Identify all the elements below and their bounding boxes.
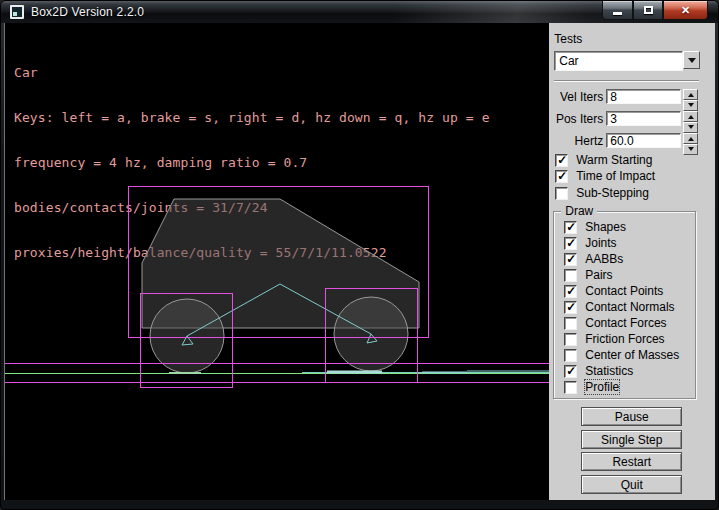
pos-iters-spinner	[683, 111, 698, 126]
pos-iters-input[interactable]	[606, 111, 681, 126]
spinner-up-button[interactable]	[683, 89, 698, 100]
contact-normals-checkbox[interactable]	[564, 301, 577, 314]
arrow-up-icon	[688, 134, 694, 141]
toggle-profile[interactable]: Profile	[564, 380, 619, 394]
statistics-checkbox[interactable]	[564, 365, 577, 378]
toggle-sub-stepping[interactable]: Sub-Stepping	[555, 186, 649, 200]
time-of-impact-checkbox[interactable]	[555, 170, 568, 183]
hertz-input[interactable]	[606, 133, 681, 148]
sub-stepping-checkbox[interactable]	[555, 187, 568, 200]
arrow-down-icon	[688, 147, 694, 154]
tests-label: Tests	[554, 32, 582, 46]
toggle-time-of-impact[interactable]: Time of Impact	[555, 169, 655, 183]
toggle-joints[interactable]: Joints	[564, 236, 616, 250]
toggle-pairs[interactable]: Pairs	[564, 268, 612, 282]
vel-iters-label: Vel Iters	[549, 90, 606, 104]
debug-draw-layer	[5, 23, 549, 500]
single-step-button[interactable]: Single Step	[581, 430, 682, 449]
arrow-up-icon	[688, 90, 694, 97]
close-icon: ✕	[681, 4, 690, 17]
draw-groupbox: Draw Shapes Joints AABBs Pairs	[553, 211, 696, 399]
separator	[554, 80, 699, 82]
center-of-masses-checkbox[interactable]	[564, 349, 577, 362]
toggle-friction-forces[interactable]: Friction Forces	[564, 332, 664, 346]
test-select-value[interactable]: Car	[554, 51, 683, 71]
chevron-down-icon	[688, 58, 696, 67]
restart-button[interactable]: Restart	[581, 452, 682, 471]
spinner-down-button[interactable]	[683, 100, 698, 111]
toggle-center-of-masses[interactable]: Center of Masses	[564, 348, 679, 362]
minimize-button[interactable]	[602, 1, 633, 20]
arrow-up-icon	[688, 112, 694, 119]
vel-iters-row: Vel Iters	[549, 89, 698, 104]
pairs-checkbox[interactable]	[564, 269, 577, 282]
warm-starting-checkbox[interactable]	[555, 154, 568, 167]
toggle-contact-points[interactable]: Contact Points	[564, 284, 663, 298]
hertz-spinner	[683, 133, 698, 148]
toggle-shapes[interactable]: Shapes	[564, 220, 626, 234]
toggle-contact-forces[interactable]: Contact Forces	[564, 316, 666, 330]
vel-iters-spinner	[683, 89, 698, 104]
pos-iters-label: Pos Iters	[549, 112, 606, 126]
title-bar[interactable]: Box2D Version 2.2.0 ✕	[1, 1, 718, 23]
arrow-down-icon	[688, 103, 694, 110]
pause-button[interactable]: Pause	[581, 407, 682, 426]
toggle-statistics[interactable]: Statistics	[564, 364, 633, 378]
shapes-checkbox[interactable]	[564, 221, 577, 234]
control-panel: Tests Car Vel Iters Pos Iters	[549, 23, 715, 500]
friction-forces-checkbox[interactable]	[564, 333, 577, 346]
toggle-warm-starting[interactable]: Warm Starting	[555, 153, 652, 167]
test-select-dropdown[interactable]: Car	[554, 51, 700, 71]
profile-checkbox[interactable]	[564, 381, 577, 394]
app-window: Box2D Version 2.2.0 ✕ Car Keys: left = a…	[0, 0, 719, 510]
joints-checkbox[interactable]	[564, 237, 577, 250]
simulation-canvas[interactable]: Car Keys: left = a, brake = s, right = d…	[5, 23, 549, 500]
maximize-icon	[644, 6, 653, 14]
hertz-label: Hertz	[549, 134, 606, 148]
hertz-row: Hertz	[549, 133, 698, 148]
minimize-icon	[613, 12, 622, 15]
spinner-down-button[interactable]	[683, 144, 698, 155]
app-icon	[10, 5, 24, 19]
maximize-button[interactable]	[633, 1, 663, 20]
toggle-aabbs[interactable]: AABBs	[564, 252, 623, 266]
spinner-down-button[interactable]	[683, 122, 698, 133]
pos-iters-row: Pos Iters	[549, 111, 698, 126]
quit-button[interactable]: Quit	[581, 475, 682, 494]
contact-points-checkbox[interactable]	[564, 285, 577, 298]
aabbs-checkbox[interactable]	[564, 253, 577, 266]
window-title: Box2D Version 2.2.0	[31, 5, 144, 19]
close-button[interactable]: ✕	[663, 1, 708, 20]
vel-iters-input[interactable]	[606, 89, 681, 104]
dropdown-button[interactable]	[683, 51, 700, 69]
toggle-contact-normals[interactable]: Contact Normals	[564, 300, 674, 314]
arrow-down-icon	[688, 125, 694, 132]
contact-forces-checkbox[interactable]	[564, 317, 577, 330]
spinner-up-button[interactable]	[683, 111, 698, 122]
draw-legend: Draw	[561, 204, 597, 218]
spinner-up-button[interactable]	[683, 133, 698, 144]
